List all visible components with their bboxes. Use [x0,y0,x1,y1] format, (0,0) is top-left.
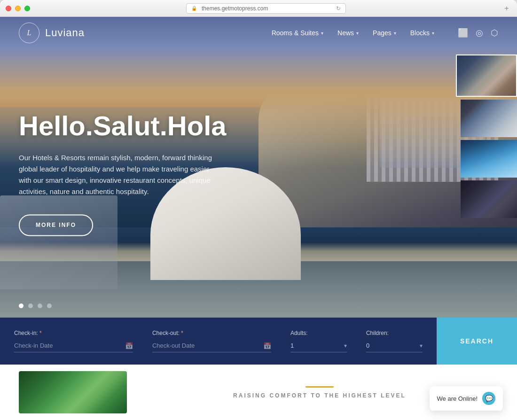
slide-dots [19,303,52,308]
more-info-button[interactable]: MORE INFO [19,214,93,236]
navbar: L Luviana Rooms & Suites ▾ News ▾ Pages [0,17,517,49]
tagline-line [306,386,334,388]
children-select[interactable]: 0 1 2 3 [366,339,423,352]
nav-social: ⬜ ◎ ⬡ [458,28,498,38]
url-text: themes.getmotopress.com [202,5,268,12]
children-field: Children: 0 1 2 3 [366,330,423,352]
chevron-down-icon: ▾ [321,31,323,36]
browser-window: 🔒 themes.getmotopress.com ↻ + [0,0,517,420]
hero-content: Hello.Salut.Hola Our Hotels & Resorts re… [19,111,227,236]
adults-select[interactable]: 1 2 3 4 [290,339,347,352]
checkin-required: * [39,330,42,336]
tripadvisor-icon[interactable]: ◎ [476,28,483,38]
checkin-input-wrap: 📅 [14,339,133,352]
brand-name: Luviana [45,27,85,39]
children-label: Children: [366,330,423,336]
bottom-thumbnail [19,371,127,413]
lock-icon: 🔒 [191,6,197,11]
nav-logo[interactable]: L Luviana [19,23,85,43]
chevron-down-icon: ▾ [394,31,396,36]
chevron-down-icon: ▾ [432,31,434,36]
hero-gallery [423,54,517,218]
checkout-required: * [181,330,183,336]
close-button[interactable] [6,6,11,11]
nav-blocks[interactable]: Blocks ▾ [410,29,434,37]
hero-title: Hello.Salut.Hola [19,111,227,141]
address-bar[interactable]: 🔒 themes.getmotopress.com ↻ [186,3,346,14]
slide-dot-2[interactable] [28,303,33,308]
slide-dot-1[interactable] [19,303,24,308]
gallery-thumb-3[interactable] [461,140,517,178]
gallery-thumb-2[interactable] [461,100,517,137]
checkout-field: Check-out: * 📅 [152,330,271,352]
site-content: L Luviana Rooms & Suites ▾ News ▾ Pages [0,17,517,420]
checkout-label: Check-out: * [152,330,271,336]
booking-fields: Check-in: * 📅 Check-out: * [0,318,437,365]
booking-bar: Check-in: * 📅 Check-out: * [0,318,517,365]
browser-titlebar: 🔒 themes.getmotopress.com ↻ + [0,0,517,17]
gallery-thumb-1[interactable] [456,54,517,97]
checkout-input-wrap: 📅 [152,339,271,352]
nav-rooms-suites[interactable]: Rooms & Suites ▾ [272,29,323,37]
checkout-input[interactable] [152,339,271,352]
new-tab-button[interactable]: + [502,4,511,13]
search-button[interactable]: SEARCH [437,318,517,365]
checkin-field: Check-in: * 📅 [14,330,133,352]
adults-label: Adults: [290,330,347,336]
chat-icon: 💬 [482,392,495,405]
checkin-input[interactable] [14,339,133,352]
bottom-thumb-image [19,371,127,413]
checkin-label: Check-in: * [14,330,133,336]
chevron-down-icon: ▾ [356,31,359,36]
maximize-button[interactable] [24,6,30,11]
minimize-button[interactable] [15,6,21,11]
calendar-icon: 📅 [125,342,133,350]
logo-emblem: L [19,23,39,43]
nav-links: Rooms & Suites ▾ News ▾ Pages ▾ Blocks ▾ [272,28,498,38]
nav-news[interactable]: News ▾ [337,29,359,37]
hero-section: L Luviana Rooms & Suites ▾ News ▾ Pages [0,17,517,318]
refresh-icon[interactable]: ↻ [336,5,341,12]
foursquare-icon[interactable]: ⬡ [491,28,498,38]
chat-widget[interactable]: We are Online! 💬 [430,386,503,411]
slide-dot-4[interactable] [47,303,52,308]
children-select-wrap: 0 1 2 3 [366,339,423,352]
adults-select-wrap: 1 2 3 4 [290,339,347,352]
slide-dot-3[interactable] [38,303,42,308]
hero-subtitle: Our Hotels & Resorts remain stylish, mod… [19,152,221,197]
instagram-icon[interactable]: ⬜ [458,28,468,38]
address-bar-container: 🔒 themes.getmotopress.com ↻ [34,3,498,14]
gallery-thumb-4[interactable] [461,180,517,218]
calendar-icon-2: 📅 [263,342,271,350]
nav-pages[interactable]: Pages ▾ [373,29,396,37]
adults-field: Adults: 1 2 3 4 [290,330,347,352]
chat-label: We are Online! [437,395,478,402]
bottom-section: RAISING COMFORT TO THE HIGHEST LEVEL We … [0,365,517,420]
